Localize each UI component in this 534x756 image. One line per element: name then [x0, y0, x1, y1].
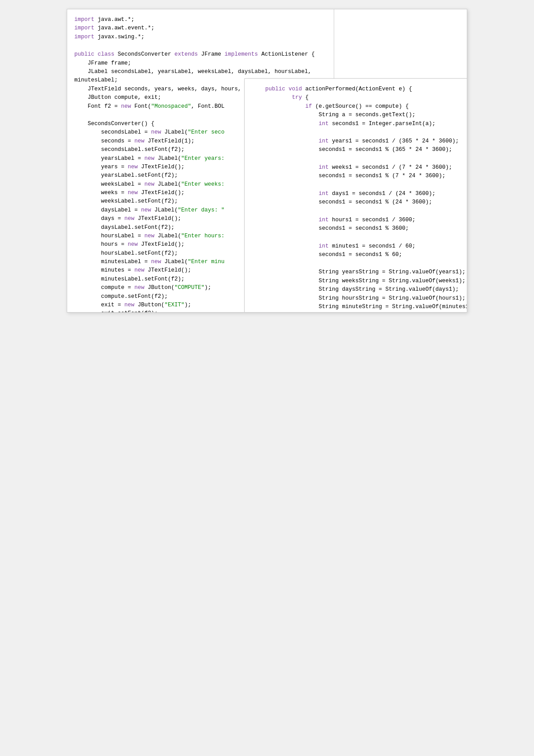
- code-line: seconds1 = seconds1 % 60;: [252, 251, 464, 259]
- code-line: seconds1 = seconds1 % 3600;: [252, 224, 464, 233]
- code-line: int years1 = seconds1 / (365 * 24 * 3600…: [252, 137, 464, 146]
- code-line: seconds1 = seconds1 % (365 * 24 * 3600);: [252, 146, 464, 154]
- code-line: import javax.swing.*;: [74, 33, 327, 41]
- code-line: if (e.getSource() == compute) {: [252, 102, 464, 111]
- code-line: seconds1 = seconds1 % (7 * 24 * 3600);: [252, 172, 464, 180]
- code-line: import java.awt.event.*;: [74, 24, 327, 33]
- code-line: String hoursString = String.valueOf(hour…: [252, 294, 464, 303]
- code-line: String minuteString = String.valueOf(min…: [252, 303, 464, 311]
- code-line: try {: [252, 93, 464, 102]
- code-line: String daysString = String.valueOf(days1…: [252, 285, 464, 294]
- code-line: String a = seconds.getText();: [252, 111, 464, 119]
- code-editor: import java.awt.*; import java.awt.event…: [67, 9, 467, 313]
- code-line: public void actionPerformed(ActionEvent …: [252, 85, 464, 93]
- code-line: int hours1 = seconds1 / 3600;: [252, 216, 464, 224]
- code-line: int seconds1 = Integer.parseInt(a);: [252, 120, 464, 128]
- right-code-panel: public void actionPerformed(ActionEvent …: [244, 78, 467, 313]
- code-line: int days1 = seconds1 / (24 * 3600);: [252, 190, 464, 198]
- code-line: String weeksString = String.valueOf(week…: [252, 277, 464, 285]
- code-line: int weeks1 = seconds1 / (7 * 24 * 3600);: [252, 163, 464, 172]
- code-panel: import java.awt.*; import java.awt.event…: [67, 9, 467, 312]
- code-line: public class SecondsConverter extends JF…: [74, 50, 327, 59]
- code-line: String yearsString = String.valueOf(year…: [252, 268, 464, 276]
- code-line: JLabel secondsLabel, yearsLabel, weeksLa…: [74, 68, 327, 76]
- code-line: int minutes1 = seconds1 / 60;: [252, 242, 464, 251]
- code-line: import java.awt.*;: [74, 16, 327, 24]
- code-line: seconds1 = seconds1 % (24 * 3600);: [252, 198, 464, 207]
- code-line: years.setText(yearsString);: [252, 311, 464, 313]
- code-line: JFrame frame;: [74, 59, 327, 68]
